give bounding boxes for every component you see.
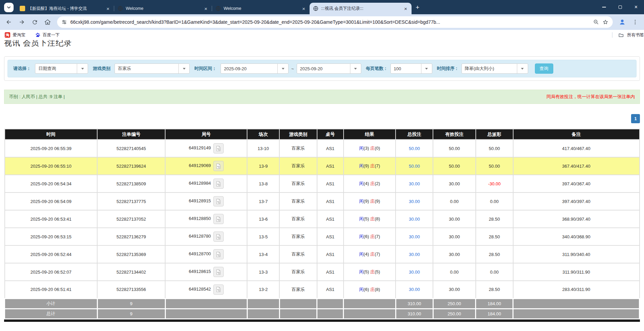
cell-valid-bet: 30.00 bbox=[433, 210, 475, 228]
tab-forum[interactable]: 【新提醒】海燕论坛 - 博学交流 × bbox=[16, 3, 114, 14]
page-size-select[interactable]: 100 bbox=[390, 63, 432, 74]
close-button[interactable]: × bbox=[628, 0, 644, 14]
video-replay-button[interactable] bbox=[213, 267, 224, 277]
tab-bet-records-active[interactable]: :::视讯 会员下注纪录::: × bbox=[310, 3, 412, 14]
tab-welcome-2[interactable]: Welcome × bbox=[212, 3, 310, 14]
chevron-down-icon bbox=[350, 64, 361, 73]
sort-select[interactable]: 降幂(由大到小) bbox=[462, 63, 528, 74]
video-replay-button[interactable] bbox=[213, 179, 224, 189]
date-start-select[interactable]: 2025-09-20 bbox=[221, 63, 289, 74]
bookmark-star-icon[interactable] bbox=[602, 19, 609, 25]
tab-close-icon[interactable]: × bbox=[301, 6, 306, 12]
video-replay-button[interactable] bbox=[213, 249, 224, 259]
bookmark-baidu[interactable]: 百度一下 bbox=[35, 32, 60, 38]
tab-close-icon[interactable]: × bbox=[203, 6, 208, 12]
minimize-button[interactable] bbox=[596, 0, 612, 14]
cell-payout: 50.00 bbox=[476, 140, 513, 157]
pagination: 1 bbox=[4, 114, 640, 124]
video-replay-icon bbox=[215, 146, 221, 151]
player-label: 闲 bbox=[359, 287, 364, 292]
sort-label: 时间排序 : bbox=[437, 66, 457, 72]
back-button[interactable] bbox=[3, 17, 14, 27]
cell-payout: -30.00 bbox=[476, 175, 513, 192]
round-id: 649128700 bbox=[189, 251, 211, 256]
zoom-icon[interactable] bbox=[593, 19, 599, 25]
table-row: 2025-09-20 06:54:09522827137775649128915… bbox=[5, 192, 640, 210]
total-bet-link[interactable]: 50.00 bbox=[409, 164, 420, 169]
new-tab-button[interactable]: + bbox=[416, 4, 419, 11]
cell-round-id: 649128780 bbox=[165, 228, 247, 245]
total-bet-link[interactable]: 30.00 bbox=[409, 287, 420, 292]
all-bookmarks[interactable]: 所有书签 bbox=[612, 32, 644, 38]
kebab-menu-icon bbox=[632, 19, 638, 25]
currency-total-text: 币别 : 人民币 | 总共 :9 注单 | bbox=[9, 94, 65, 100]
cell-valid-bet: 30.00 bbox=[433, 175, 475, 192]
menu-button[interactable] bbox=[630, 17, 641, 27]
tab-welcome-1[interactable]: Welcome × bbox=[114, 3, 212, 14]
column-header: 时间 bbox=[5, 129, 98, 140]
table-row: 2025-09-20 06:51:41522827133556649128542… bbox=[5, 281, 640, 298]
video-replay-button[interactable] bbox=[213, 143, 224, 153]
cell-game-type: 百家乐 bbox=[279, 263, 317, 281]
game-type-select[interactable]: 百家乐 bbox=[115, 63, 190, 74]
video-replay-button[interactable] bbox=[213, 161, 224, 171]
summary-bar: 币别 : 人民币 | 总共 :9 注单 | 同局有效投注，统一计算在该局第一张注… bbox=[4, 90, 640, 104]
page-content: 视讯 会员下注纪录 请选择： 日期查询 游戏类别 百家乐 时间区间： 2025-… bbox=[0, 40, 644, 322]
cell-remark: 417.40/467.40 bbox=[513, 140, 640, 157]
video-replay-icon bbox=[215, 234, 221, 240]
cell-table-no: AS1 bbox=[317, 140, 344, 157]
table-row: 2025-09-20 06:52:44522827135369649128700… bbox=[5, 245, 640, 263]
browser-toolbar: 66cxkj98.com/game/betrecord_search/kind3… bbox=[0, 14, 644, 30]
cell-valid-bet: 50.00 bbox=[433, 157, 475, 175]
round-id: 649128615 bbox=[189, 269, 211, 274]
url-text: 66cxkj98.com/game/betrecord_search/kind3… bbox=[70, 19, 590, 25]
date-end-select[interactable]: 2025-09-20 bbox=[297, 63, 361, 74]
cell-round-id: 649129149 bbox=[165, 140, 247, 157]
forward-button[interactable] bbox=[16, 17, 27, 27]
cell-time: 2025-09-20 06:53:41 bbox=[5, 210, 98, 228]
banker-points: (7) bbox=[375, 163, 380, 168]
profile-avatar[interactable] bbox=[617, 17, 628, 27]
total-bet-link[interactable]: 30.00 bbox=[409, 181, 420, 186]
tab-close-icon[interactable]: × bbox=[105, 6, 110, 12]
search-button[interactable]: 查询 bbox=[535, 63, 553, 74]
cell-remark: 340.40/368.90 bbox=[513, 228, 640, 245]
total-bet-link[interactable]: 30.00 bbox=[409, 252, 420, 257]
cell-valid-bet: 30.00 bbox=[433, 245, 475, 263]
total-bet-link[interactable]: 30.00 bbox=[409, 270, 420, 275]
video-replay-button[interactable] bbox=[213, 214, 224, 224]
cell-remark: 397.40/397.40 bbox=[513, 192, 640, 210]
globe-icon bbox=[118, 6, 123, 11]
tab-close-icon[interactable]: × bbox=[403, 6, 408, 12]
home-button[interactable] bbox=[42, 17, 53, 27]
url-bar[interactable]: 66cxkj98.com/game/betrecord_search/kind3… bbox=[57, 16, 613, 28]
cell-total-bet: 30.00 bbox=[396, 210, 433, 228]
total-bet-link[interactable]: 30.00 bbox=[409, 234, 420, 239]
tab-search-button[interactable] bbox=[4, 3, 14, 12]
maximize-button[interactable] bbox=[612, 0, 628, 14]
banker-label: 庄 bbox=[370, 163, 375, 168]
column-header: 有效投注 bbox=[433, 129, 475, 140]
subtotal-row: 小计9310.00250.00184.00 bbox=[5, 298, 640, 309]
bookmark-taobao[interactable]: 淘 爱淘宝 bbox=[5, 32, 25, 38]
column-header: 场次 bbox=[247, 129, 279, 140]
total-bet-link[interactable]: 50.00 bbox=[409, 146, 420, 151]
cell-session: 13-8 bbox=[247, 175, 279, 192]
total-bet-link[interactable]: 30.00 bbox=[409, 217, 420, 222]
total-bet-link[interactable]: 30.00 bbox=[409, 199, 420, 204]
table-row: 2025-09-20 06:52:07522827134402649128615… bbox=[5, 263, 640, 281]
reload-button[interactable] bbox=[29, 17, 40, 27]
column-header: 结果 bbox=[344, 129, 396, 140]
video-replay-button[interactable] bbox=[213, 196, 224, 206]
cell-game-type: 百家乐 bbox=[279, 192, 317, 210]
total-row: 总计9310.00250.00184.00 bbox=[5, 309, 640, 319]
banker-points: (2) bbox=[375, 181, 380, 186]
game-type-value: 百家乐 bbox=[115, 66, 178, 72]
video-replay-button[interactable] bbox=[213, 284, 224, 295]
page-1-button[interactable]: 1 bbox=[631, 114, 640, 123]
video-replay-button[interactable] bbox=[213, 232, 224, 242]
query-type-select[interactable]: 日期查询 bbox=[35, 63, 88, 74]
cell-result: 闲(9) 庄(7) bbox=[344, 157, 396, 175]
footer-empty bbox=[279, 309, 317, 319]
forward-icon bbox=[18, 19, 25, 25]
